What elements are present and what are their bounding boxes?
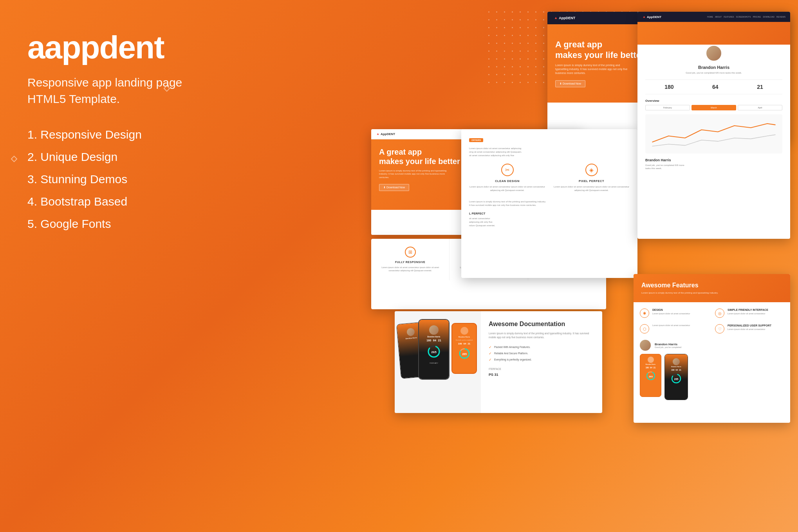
awesome-grid: ✱ DESIGN Lorem ipsum dolor sit amet cons… [634,302,790,340]
feature-item-2: 2. Unique Design [27,149,215,164]
clean-pixel-cols: ✂ CLEAN DESIGN Lorem ipsum dolor sit ame… [469,164,630,192]
preview-clean-design: OFFERS Lorem ipsum dolor sit amet consec… [461,129,637,278]
brand-logo: aappdent [27,31,215,63]
awesome-feat-title-4: PERSONALIZED USER SUPPORT [728,324,771,327]
profile-panel-nav: 🔺 AppDENT HOME ABOUT FEATURES SCREENSHOT… [637,12,790,22]
awesome-feat-text-1: Lorem ipsum dolor sit amet consectetur [652,312,690,316]
month-feb[interactable]: February [645,105,690,110]
awesome-icon-3: ⬡ [640,324,649,334]
pixel-text-bottom: L PERFECT sit amet consectetur adipiscin… [469,212,630,227]
left-content-area: aappdent Responsive app landing page HTM… [27,31,215,238]
awesome-text-3: Lorem ipsum dolor sit amet consectetur [652,324,690,334]
pixel-icon: ◈ [585,164,598,176]
profile-avatar [705,45,722,62]
feature-item-5: 5. Google Fonts [27,216,215,231]
profile-nav-logo: 🔺 AppDENT [642,15,661,19]
awesome-subtitle: Lorem ipsum is simply dummy text of the … [641,291,782,294]
awesome-feat-text-2: Lorem ipsum dolor sit amet consectetur [728,312,768,316]
preview-nav-logo: 🔺 AppDENT [554,16,575,20]
clean-design-col: ✂ CLEAN DESIGN Lorem ipsum dolor sit ame… [469,164,545,192]
docs-interface-value: PS 31 [489,373,594,377]
docs-phone-front-avatar [429,325,439,335]
awesome-profile-bottom: Brandon Harris Good job, you've complete… [634,340,790,406]
docs-phones-area: Brandon Harris Brandon Harris 180 64 [395,311,481,413]
awesome-icon-1: ✱ [640,308,649,318]
awesome-phone-orange-stats: 180 64 21 [646,366,655,369]
docs-checklist: ✓ Packed With Amazing Features. ✓ Reliab… [489,345,594,362]
awesome-feat-title-2: SIMPLE FRIENDLY INTERFACE [728,308,768,311]
month-march[interactable]: March [691,105,736,110]
preview-hero-h1: A great app makes your life better [555,40,644,60]
docs-phone-orange: Brandon Harris Good job, you've complete… [451,323,477,374]
bottom-text: Lorem ipsum is simply dummy text of the … [469,200,630,207]
awesome-item-4: ♡ PERSONALIZED USER SUPPORT Lorem ipsum … [715,324,784,334]
pixel-perfect-col: ◈ PIXEL PERFECT Lorem ipsum dolor sit am… [553,164,630,192]
docs-phone-back-avatar [406,328,415,336]
profile-sub: Good job, you've completed 6/9 more task… [679,71,749,75]
overview-chart [645,114,782,153]
awesome-feat-text-4: Lorem ipsum dolor sit amet consectetur [728,328,771,331]
awesome-profile-row: Brandon Harris Good job, you've complete… [640,340,784,351]
awesome-phone-dark-content: Brandon Harris 180 64 21 265 [665,354,688,384]
pixel-title: PIXEL PERFECT [553,179,630,183]
feature-text-1: Lorem ipsum dolor sit amet consectetur i… [377,266,443,272]
awesome-phone-orange-content: Brandon Harris 180 64 21 265 [640,354,661,384]
awesome-phone-orange-avatar [648,357,654,363]
profile-avatar-wrapper [645,45,782,62]
preview-mid-body: Lorem ipsum is simply dummy text of the … [379,169,450,179]
docs-orange-gauge: 265 [458,347,471,360]
overview-label: Overview [645,99,782,103]
preview-mid-cta[interactable]: ⬇ Download Now [379,184,409,191]
docs-layout: Brandon Harris Brandon Harris 180 64 [395,311,602,413]
svg-text:265: 265 [648,375,653,378]
docs-phone-front-name: Brandon Harris [428,336,441,338]
pixel-text: Lorem ipsum dolor sit amet consectetur i… [553,185,630,192]
awesome-text-4: PERSONALIZED USER SUPPORT Lorem ipsum do… [728,324,771,334]
docs-body: Lorem ipsum is simply dummy text of the … [489,332,594,340]
awesome-header: Awesome Features Lorem ipsum is simply d… [634,274,790,302]
awesome-profile-name: Brandon Harris [655,343,681,346]
profile-stat-1: 180 [664,84,673,90]
svg-text:265: 265 [431,350,437,354]
docs-text-area: Awesome Documentation Lorem ipsum is sim… [481,311,602,413]
docs-phone-orange-stats: 180 64 21 [458,343,470,345]
profile-sub-2: Good job, you've completed 6/9 moretasks… [645,164,782,170]
docs-check-1: ✓ Packed With Amazing Features. [489,345,594,349]
awesome-icon-4: ♡ [715,324,724,334]
docs-phone-orange-name: Brandon Harris [459,336,470,338]
docs-phone-orange-content: Brandon Harris Good job, you've complete… [452,324,476,363]
awesome-text-2: SIMPLE FRIENDLY INTERFACE Lorem ipsum do… [728,308,768,318]
awesome-profile-sub: Good job, you've completed [655,346,681,348]
docs-phone-front-stats: 180 64 21 [426,339,441,342]
profile-stat-3: 21 [757,84,763,90]
awesome-feat-text-3: Lorem ipsum dolor sit amet consectetur [652,324,690,327]
month-april[interactable]: April [738,105,782,110]
docs-phone-front: Brandon Harris 180 64 21 265 [418,319,450,380]
awesome-phone-dark-screen: Brandon Harris 180 64 21 265 [665,354,688,400]
docs-phone-orange-avatar [460,327,468,335]
awesome-item-3: ⬡ Lorem ipsum dolor sit amet consectetur [640,324,709,334]
preview-awesome-features: Awesome Features Lorem ipsum is simply d… [634,274,790,423]
awesome-dark-phone-gauge: 265 [670,373,682,384]
awesome-feat-title-1: DESIGN [652,308,690,311]
offer-badge: OFFERS [469,138,483,142]
feature-title-1: FULLY RESPONSIVE [377,261,443,263]
clean-text: Lorem ipsum dolor sit amet consectetur i… [469,185,545,192]
profile-stats-row: 180 64 21 [645,79,782,94]
profile-content-area: Brandon Harris Good job, you've complete… [637,45,790,178]
profile-name: Brandon Harris [645,65,782,70]
awesome-item-1: ✱ DESIGN Lorem ipsum dolor sit amet cons… [640,308,709,318]
awesome-profile-info: Brandon Harris Good job, you've complete… [655,343,681,348]
preview-cta-btn[interactable]: ⬇ Download Now [555,80,585,87]
profile-name-2: Brandon Harris [645,158,782,162]
awesome-phone-dark: Brandon Harris 180 64 21 265 [664,354,688,400]
docs-check-3: ✓ Everything is perfectly organized. [489,358,594,362]
awesome-phone-dark-stats: 180 64 21 [671,369,681,371]
preview-hero-p: Lorem ipsum is simply dummy text of the … [555,63,634,75]
profile-nav-links: HOME ABOUT FEATURES SCREENSHOTS PRICING … [707,16,785,18]
feature-col-1: ⊞ FULLY RESPONSIVE Lorem ipsum dolor sit… [371,239,450,280]
logo-icon: a [27,31,45,63]
pixel-label-bottom: L PERFECT [469,212,630,215]
docs-phone-front-content: Brandon Harris 180 64 21 265 [419,320,449,364]
awesome-phone-gauge: 265 [645,370,656,381]
